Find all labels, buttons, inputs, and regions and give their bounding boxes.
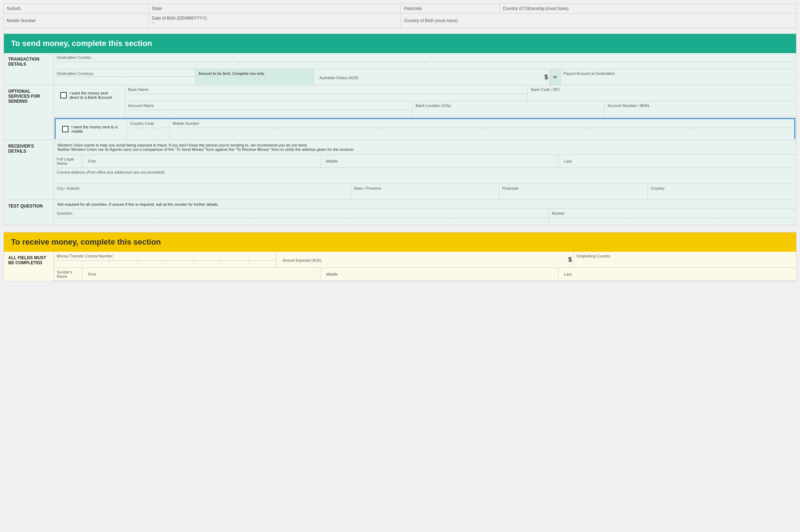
bank-checkbox[interactable] (60, 92, 67, 98)
mobile-subrow: I want the money sent to a mobile Countr… (55, 118, 795, 139)
first-name-cell: First (82, 155, 320, 168)
test-question-row: TEST QUESTION Not required for all count… (4, 200, 796, 225)
send-section-header: To send money, complete this section (4, 34, 796, 53)
originating-country-cell: Originating Country (574, 252, 796, 267)
aud-amount-cell: Australian Dollars (AUD) $ (314, 69, 550, 85)
sender-last-cell: Last (558, 268, 796, 281)
payout-amount-label: Payout Amount at Destination (561, 69, 796, 76)
mobile-fields: Country Code Mobile Number (127, 119, 794, 139)
all-fields-row: All fields must be completed Money Trans… (4, 252, 796, 281)
receive-dollar-sign: $ (567, 256, 573, 264)
or-divider: or (550, 69, 561, 85)
country-code-cell: Country Code (127, 119, 170, 139)
city-state-row: City / Suburb State / Province Postcode … (54, 184, 796, 200)
account-number-label: Account Number / IBAN (604, 101, 796, 108)
sender-last-label: Last (561, 270, 793, 277)
senders-name-cell: Sender's Name (54, 268, 82, 281)
receivers-label: RECEIVER'S DETAILS (4, 140, 54, 200)
receive-section-header: To receive money, complete this section (4, 232, 796, 252)
control-number-row: Money Transfer Control Number Amo (54, 252, 796, 268)
control-number-label: Money Transfer Control Number (54, 252, 276, 259)
state-province-cell: State / Province (351, 184, 499, 200)
bank-checkbox-label: I want the money sent direct to a Bank A… (70, 91, 118, 99)
answer-cell: Answer (549, 209, 796, 225)
answer-label: Answer (549, 209, 796, 216)
country-code-label: Country Code (127, 119, 169, 126)
mobile-header: Mobile Number (4, 14, 149, 28)
state-header: State (149, 4, 401, 14)
currency-amount-row: Destination Currency Amount to be Sent. … (54, 69, 796, 85)
postcode-label: Postcode (499, 184, 647, 191)
last-name-label: Last (561, 157, 793, 164)
mobile-checkbox[interactable] (62, 126, 69, 132)
country-label: Country (648, 184, 796, 191)
state-province-label: State / Province (351, 184, 499, 191)
sender-middle-label: Middle (323, 270, 555, 277)
postcode-header: Postcode (401, 4, 500, 14)
country-birth-header: Country of Birth (must have) (401, 14, 796, 28)
destination-currency-cell: Destination Currency (54, 69, 196, 85)
receive-money-section: To receive money, complete this section … (4, 232, 796, 281)
test-question-content: Not required for all countries. If unsur… (54, 200, 796, 225)
originating-country-label: Originating Country (574, 252, 796, 259)
test-question-note: Not required for all countries. If unsur… (54, 200, 796, 209)
fraud-notice: Western Union wants to help you avoid be… (54, 140, 796, 155)
amount-label-cell: Amount to be Sent. Complete one only. (196, 69, 314, 85)
optional-services-label: OPTIONAL SERVICES FOR SENDING (4, 85, 54, 140)
transaction-details-row: TRANSACTION DETAILS Destination Country (4, 53, 796, 85)
amount-to-sent-label: Amount to be Sent. Complete one only. (196, 69, 313, 77)
bank-location-cell: Bank Location (City) (413, 101, 605, 117)
question-answer-row: Question Answer (54, 209, 796, 225)
optional-services-content: I want the money sent direct to a Bank A… (54, 85, 796, 140)
postcode-cell: Postcode (499, 184, 648, 200)
mobile-checkbox-cell: I want the money sent to a mobile (56, 119, 127, 139)
all-fields-label: All fields must be completed (4, 252, 54, 281)
sender-first-label: First (85, 270, 317, 277)
first-name-label: First (85, 157, 317, 164)
current-address-label: Current Address (Post office box address… (54, 168, 796, 175)
destination-country-cell: Destination Country (54, 53, 796, 69)
destination-country-row: Destination Country (54, 53, 796, 69)
city-suburb-label: City / Suburb (54, 184, 350, 191)
bank-checkbox-row[interactable]: I want the money sent direct to a Bank A… (57, 88, 122, 102)
bank-name-cell: Bank Name (125, 85, 528, 101)
dollar-sign: $ (543, 73, 550, 81)
bank-account-subrow: I want the money sent direct to a Bank A… (54, 85, 796, 117)
account-number-cell: Account Number / IBAN (604, 101, 796, 117)
send-money-section: To send money, complete this section TRA… (4, 34, 796, 225)
aud-label: Australian Dollars (AUD) (317, 74, 540, 81)
current-address-cell: Current Address (Post office box address… (54, 168, 796, 184)
bank-name-code-row: Bank Name Bank Code / BIC (125, 85, 796, 101)
control-number-cell: Money Transfer Control Number (54, 252, 277, 267)
amount-expected-label: Amount Expected (AUD) (279, 256, 564, 263)
amount-expected-cell: Amount Expected (AUD) $ (277, 252, 573, 267)
bank-fields: Bank Name Bank Code / BIC (125, 85, 796, 117)
middle-name-cell: Middle (320, 155, 558, 168)
sender-middle-cell: Middle (320, 268, 558, 281)
question-label: Question (54, 209, 548, 216)
country-cell: Country (648, 184, 796, 200)
receive-fields-content: Money Transfer Control Number Amo (54, 252, 796, 281)
bank-code-label: Bank Code / BIC (528, 85, 796, 92)
bank-code-cell: Bank Code / BIC (528, 85, 796, 101)
question-cell: Question (54, 209, 549, 225)
receivers-details-row: RECEIVER'S DETAILS Western Union wants t… (4, 140, 796, 200)
middle-name-label: Middle (323, 157, 555, 164)
mobile-number-cell: Mobile Number (170, 119, 794, 139)
bank-name-label: Bank Name (125, 85, 527, 92)
receivers-content: Western Union wants to help you avoid be… (54, 140, 796, 200)
account-name-label: Account Name (125, 101, 412, 108)
dob-header: Date of Birth (DD/MM/YYYY) / / (149, 14, 401, 28)
optional-services-row: OPTIONAL SERVICES FOR SENDING I want the… (4, 85, 796, 140)
test-question-label: TEST QUESTION (4, 200, 54, 225)
transaction-label: TRANSACTION DETAILS (4, 53, 54, 85)
existing-customer-table: Suburb State Postcode Country of Citizen… (4, 4, 796, 28)
full-legal-name-cell: Full Legal Name (54, 155, 82, 168)
account-row: Account Name Bank Location (City) Accou (125, 101, 796, 117)
transaction-content: Destination Country Destination Currency (54, 53, 796, 85)
sender-first-cell: First (82, 268, 320, 281)
mobile-checkbox-row[interactable]: I want the money sent to a mobile (59, 122, 124, 136)
last-name-cell: Last (558, 155, 796, 168)
address-row: Current Address (Post office box address… (54, 168, 796, 184)
senders-name-row: Sender's Name First Middle Last (54, 268, 796, 281)
